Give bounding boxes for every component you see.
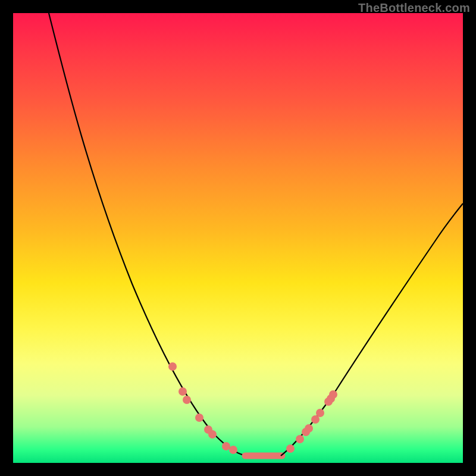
dot-left-7	[229, 446, 237, 454]
watermark-text: TheBottleneck.com	[358, 1, 470, 15]
chart-area	[13, 13, 463, 463]
dot-right-3	[305, 424, 313, 433]
dot-right-5	[316, 409, 324, 417]
curve-right	[281, 203, 463, 456]
dot-left-6	[222, 442, 230, 450]
dot-left-5	[208, 430, 217, 439]
dot-left-2	[183, 396, 191, 404]
dot-left-1	[178, 387, 187, 396]
curve-left	[49, 13, 246, 456]
dot-left-0	[168, 362, 177, 371]
dot-right-0	[286, 444, 295, 453]
dot-right-1	[296, 435, 304, 443]
chart-svg	[13, 13, 463, 463]
dots-left-group	[168, 362, 237, 454]
dot-right-8	[329, 390, 337, 399]
dot-left-3	[195, 414, 203, 422]
